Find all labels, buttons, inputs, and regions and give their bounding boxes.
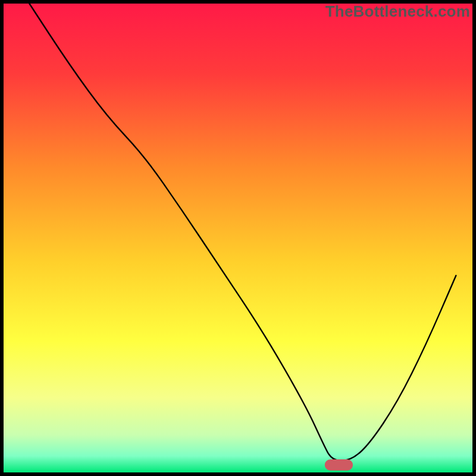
bottleneck-chart xyxy=(0,0,476,476)
chart-container: TheBottleneck.com xyxy=(0,0,476,476)
optimal-range-marker xyxy=(325,459,353,471)
gradient-background xyxy=(4,4,472,472)
watermark-text: TheBottleneck.com xyxy=(325,2,470,21)
